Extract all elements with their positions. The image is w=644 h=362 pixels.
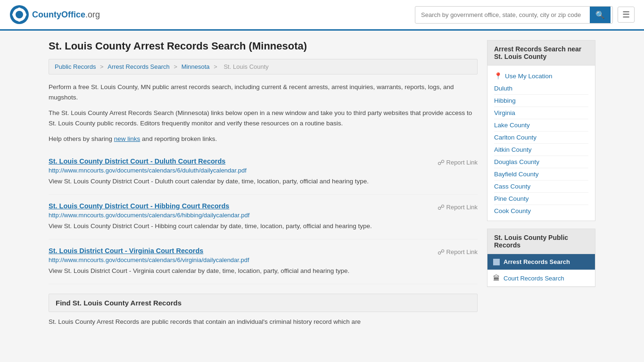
logo-text: CountyOffice.org — [32, 10, 100, 20]
result-url-0[interactable]: http://www.mncourts.gov/documents/calend… — [49, 167, 478, 174]
sidebar-link-lake-county[interactable]: Lake County — [494, 119, 588, 132]
desc-para-2: The St. Louis County Arrest Records Sear… — [49, 108, 478, 128]
main-container: St. Louis County Arrest Records Search (… — [39, 31, 605, 342]
result-desc-1: View St. Louis County District Court - H… — [49, 222, 478, 231]
court-records-icon: 🏛 — [493, 274, 500, 282]
sidebar-public-records-box: St. Louis County Public Records Arrest R… — [487, 229, 595, 287]
sidebar-link-pine-county[interactable]: Pine County — [494, 193, 588, 205]
breadcrumb: Public Records > Arrest Records Search >… — [49, 59, 478, 74]
sidebar-link-cass-county[interactable]: Cass County — [494, 181, 588, 193]
sidebar-nearby-content: 📍 Use My Location Duluth Hibbing Virgini… — [487, 66, 595, 221]
sidebar-nearby-box: Arrest Records Search near St. Louis Cou… — [487, 40, 595, 221]
svg-point-4 — [18, 19, 21, 22]
menu-button[interactable]: ☰ — [618, 7, 635, 23]
sidebar-link-aitkin-county[interactable]: Aitkin County — [494, 144, 588, 156]
breadcrumb-minnesota[interactable]: Minnesota — [182, 63, 210, 70]
new-links-link[interactable]: new links — [114, 135, 140, 142]
breadcrumb-current: St. Louis County — [223, 63, 268, 70]
result-title-2[interactable]: St. Louis District Court - Virginia Cour… — [49, 247, 203, 255]
result-url-2[interactable]: http://www.mncourts.gov/documents/calend… — [49, 256, 478, 263]
report-link-2[interactable]: ☍ Report Link — [438, 248, 478, 256]
breadcrumb-public-records[interactable]: Public Records — [55, 63, 96, 70]
location-pin-icon: 📍 — [494, 72, 502, 80]
sidebar: Arrest Records Search near St. Louis Cou… — [487, 40, 595, 332]
breadcrumb-arrest-records[interactable]: Arrest Records Search — [107, 63, 170, 70]
sidebar-nearby-title: Arrest Records Search near St. Louis Cou… — [487, 41, 595, 66]
search-button[interactable]: 🔍 — [590, 7, 611, 23]
result-desc-2: View St. Louis District Court - Virginia… — [49, 266, 478, 276]
find-section-desc: St. Louis County Arrest Records are publ… — [49, 317, 478, 327]
report-link-1[interactable]: ☍ Report Link — [438, 203, 478, 212]
sidebar-link-cook-county[interactable]: Cook County — [494, 205, 588, 217]
report-link-0[interactable]: ☍ Report Link — [438, 158, 478, 167]
svg-point-6 — [24, 13, 26, 16]
svg-point-5 — [12, 13, 15, 16]
sidebar-records-item-arrest[interactable]: Arrest Records Search — [487, 254, 595, 270]
report-icon-2: ☍ — [438, 248, 445, 256]
arrest-records-icon — [493, 259, 500, 265]
desc-para-1: Perform a free St. Louis County, MN publ… — [49, 82, 478, 102]
result-entry-1: St. Louis County District Court - Hibbin… — [49, 195, 478, 239]
desc-para-3: Help others by sharing new links and rep… — [49, 134, 478, 144]
use-location-button[interactable]: 📍 Use My Location — [494, 69, 588, 82]
sidebar-records-title: St. Louis County Public Records — [487, 229, 595, 254]
result-entry-0: St. Louis County District Court - Duluth… — [49, 150, 478, 195]
svg-point-2 — [16, 11, 23, 18]
sidebar-link-carlton-county[interactable]: Carlton County — [494, 132, 588, 144]
result-url-1[interactable]: http://www.mncourts.gov/documents/calend… — [49, 212, 478, 219]
logo-area: CountyOffice.org — [9, 5, 100, 25]
sidebar-link-douglas-county[interactable]: Douglas County — [494, 156, 588, 168]
header-right: 🔍 ☰ — [415, 6, 635, 24]
sidebar-link-hibbing[interactable]: Hibbing — [494, 95, 588, 107]
court-records-link[interactable]: Court Records Search — [504, 275, 564, 282]
search-bar: 🔍 — [415, 6, 613, 24]
sidebar-link-virginia[interactable]: Virginia — [494, 107, 588, 119]
results-list: St. Louis County District Court - Duluth… — [49, 150, 478, 284]
find-section-heading: Find St. Louis County Arrest Records — [49, 294, 478, 312]
sidebar-records-item-court[interactable]: 🏛 Court Records Search — [487, 270, 595, 287]
result-entry-2: St. Louis District Court - Virginia Cour… — [49, 239, 478, 284]
report-icon-1: ☍ — [438, 203, 445, 212]
logo-icon — [9, 5, 29, 25]
page-title: St. Louis County Arrest Records Search (… — [49, 40, 478, 52]
search-input[interactable] — [415, 8, 590, 22]
sidebar-link-duluth[interactable]: Duluth — [494, 82, 588, 95]
sidebar-link-bayfield-county[interactable]: Bayfield County — [494, 168, 588, 181]
result-desc-0: View St. Louis County District Court - D… — [49, 177, 478, 187]
result-title-1[interactable]: St. Louis County District Court - Hibbin… — [49, 202, 229, 210]
content-area: St. Louis County Arrest Records Search (… — [49, 40, 478, 332]
report-icon-0: ☍ — [438, 158, 445, 167]
arrest-records-link[interactable]: Arrest Records Search — [504, 258, 570, 265]
svg-point-3 — [18, 8, 21, 10]
result-title-0[interactable]: St. Louis County District Court - Duluth… — [49, 157, 225, 165]
header: CountyOffice.org 🔍 ☰ — [0, 0, 644, 31]
